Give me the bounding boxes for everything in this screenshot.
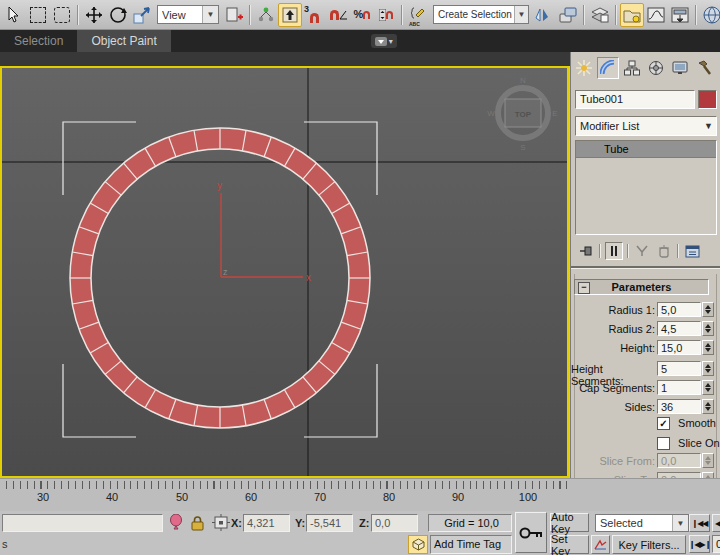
pivot-surface-icon[interactable] [254, 3, 278, 27]
motion-tab[interactable] [645, 57, 667, 79]
use-pivot-center-toggle[interactable] [278, 3, 302, 27]
radius2-input[interactable]: 4,5 [657, 321, 701, 336]
curve-editor-button[interactable] [644, 3, 668, 27]
selection-region-flyout-icon[interactable] [50, 3, 74, 27]
object-color-swatch[interactable] [698, 90, 717, 109]
height-segments-spinner[interactable] [702, 361, 714, 376]
display-tab[interactable] [669, 57, 691, 79]
material-editor-button[interactable] [700, 3, 720, 27]
manipulator-tree-icon [258, 7, 274, 23]
utilities-tab[interactable] [693, 57, 715, 79]
current-frame-field[interactable]: 0 [712, 535, 720, 553]
mirror-button[interactable] [532, 3, 556, 27]
z-coord-value: 0,0 [375, 517, 390, 529]
ribbon-minimize-dropdown[interactable]: ▾ [371, 34, 397, 48]
modifier-stack[interactable]: Tube [575, 140, 717, 235]
rect-selection-region-icon[interactable] [26, 3, 50, 27]
tube-object[interactable] [70, 128, 370, 428]
key-filters-button[interactable]: Key Filters... [612, 535, 686, 554]
remove-modifier-icon[interactable] [655, 242, 673, 260]
object-name-field[interactable]: Tube001 [575, 90, 695, 109]
reference-coordinate-dropdown[interactable]: View ▼ [157, 5, 219, 24]
edit-named-selection-sets-button[interactable]: ABC [406, 3, 430, 27]
height-segments-input[interactable]: 5 [657, 361, 701, 376]
tab-object-paint[interactable]: Object Paint [77, 30, 170, 52]
select-object-icon[interactable] [2, 3, 26, 27]
top-viewport[interactable]: y x z TOP N S W E [0, 66, 569, 478]
radius1-input[interactable]: 5,0 [657, 302, 701, 317]
show-end-result-icon[interactable] [605, 242, 623, 260]
height-label: Height: [620, 342, 655, 354]
modifier-stack-toolbar [573, 239, 720, 263]
slice-from-input: 0,0 [657, 453, 701, 468]
key-filters-label: Key Filters... [618, 539, 679, 551]
stack-item-tube[interactable]: Tube [576, 141, 716, 158]
auto-key-button[interactable]: Auto Key [550, 513, 589, 532]
make-unique-icon[interactable] [633, 242, 651, 260]
sides-input[interactable]: 36 [657, 399, 701, 414]
magnet-icon [386, 11, 393, 19]
smooth-checkbox[interactable]: ✓ [657, 417, 670, 430]
percent-snap-toggle[interactable]: % [350, 3, 374, 27]
cap-segments-input[interactable]: 1 [657, 380, 701, 395]
cap-segments-spinner[interactable] [702, 380, 714, 395]
tab-selection[interactable]: Selection [0, 30, 77, 52]
height-spinner[interactable] [702, 340, 714, 355]
collapse-icon[interactable]: − [578, 282, 590, 294]
named-selection-set-dropdown[interactable]: Create Selection Se ▼ [433, 5, 529, 24]
key-mode-toggle[interactable]: ❙◀▶❙ [689, 535, 710, 553]
sides-label: Sides: [624, 401, 655, 413]
select-and-scale-icon[interactable] [130, 3, 154, 27]
align-button[interactable] [556, 3, 580, 27]
separator [249, 5, 251, 25]
z-coord-field[interactable]: 0,0 [371, 514, 418, 532]
spinner-icon [379, 9, 386, 21]
sides-spinner[interactable] [702, 399, 714, 414]
radius1-spinner[interactable] [702, 302, 714, 317]
layer-manager-button[interactable] [588, 3, 612, 27]
cube-icon [412, 538, 425, 551]
modify-tab[interactable] [597, 57, 619, 79]
spinner-snap-toggle[interactable] [374, 3, 398, 27]
isolate-cube-toggle[interactable] [408, 535, 428, 554]
angle-icon [339, 10, 347, 20]
panel-divider [571, 266, 720, 269]
separator [615, 5, 617, 25]
pin-stack-icon[interactable] [577, 242, 595, 260]
add-time-tag[interactable]: Add Time Tag [430, 535, 512, 554]
go-to-start-button[interactable]: ❙◀◀ [689, 514, 710, 532]
select-and-move-icon[interactable] [82, 3, 106, 27]
schematic-view-button[interactable] [668, 3, 692, 27]
y-coord-field[interactable]: -5,541 [306, 514, 353, 532]
create-tab[interactable] [573, 57, 595, 79]
set-keys-button[interactable] [515, 512, 547, 553]
slice-on-checkbox[interactable] [657, 437, 670, 450]
frame-label: 40 [106, 491, 118, 503]
default-in-out-tangents-button[interactable] [591, 535, 610, 554]
separator [677, 244, 679, 258]
modifier-list-dropdown[interactable]: Modifier List ▼ [575, 116, 717, 136]
viewcube[interactable]: TOP N S W E [487, 76, 557, 152]
sides-row: Sides: 36 [571, 399, 720, 415]
set-key-button[interactable]: Set Key [550, 535, 589, 554]
angle-snap-toggle[interactable] [326, 3, 350, 27]
select-and-manipulate-icon[interactable] [222, 3, 246, 27]
height-input[interactable]: 15,0 [657, 340, 701, 355]
parameters-rollout-header[interactable]: − Parameters [574, 279, 709, 295]
radius2-spinner[interactable] [702, 321, 714, 336]
graphite-ribbon-toggle[interactable] [620, 3, 644, 27]
track-bar-ruler[interactable]: 30 40 50 60 70 80 90 100 [0, 478, 720, 511]
named-selection-set-value: Create Selection Se [438, 9, 514, 20]
key-selection-dropdown[interactable]: Selected ▼ [595, 514, 689, 532]
snaps-toggle-3d[interactable]: 3 [302, 3, 326, 27]
maxscript-mini-listener[interactable] [2, 514, 163, 532]
isolate-selection-icon[interactable] [168, 514, 184, 533]
select-and-rotate-icon[interactable] [106, 3, 130, 27]
configure-modifier-sets-icon[interactable] [683, 242, 701, 260]
hierarchy-tab[interactable] [621, 57, 643, 79]
slice-from-row: Slice From: 0,0 [571, 453, 720, 469]
selection-lock-icon[interactable] [190, 515, 205, 533]
previous-frame-button[interactable]: ◀ [712, 514, 720, 532]
x-coord-field[interactable]: 4,321 [243, 514, 290, 532]
absolute-mode-icon[interactable] [212, 514, 230, 533]
